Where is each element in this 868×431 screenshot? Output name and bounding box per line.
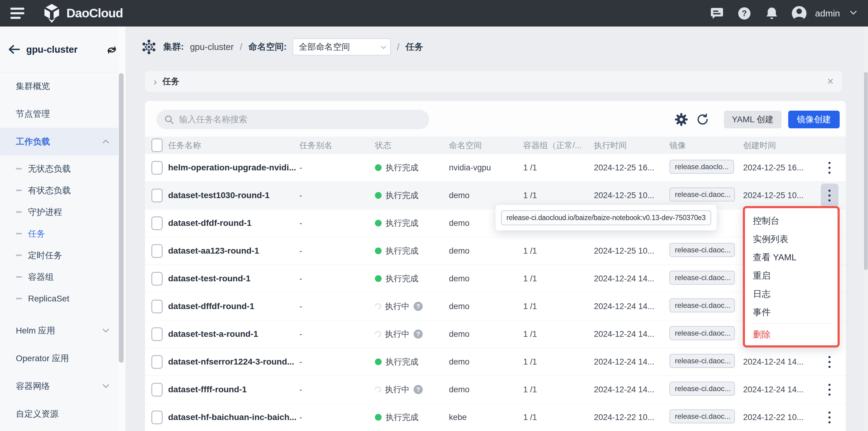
status-dot-icon: [374, 385, 382, 394]
col-image: 镜像: [670, 140, 743, 151]
col-namespace: 命名空间: [449, 140, 523, 151]
status-help-icon[interactable]: ?: [413, 329, 423, 339]
sidebar-item-jobs[interactable]: 任务: [0, 223, 118, 245]
row-checkbox[interactable]: [151, 217, 163, 230]
job-name[interactable]: helm-operation-upgrade-nvidi...: [168, 163, 299, 173]
row-checkbox[interactable]: [151, 410, 163, 424]
row-actions: [813, 156, 846, 179]
sidebar-item-cronjobs[interactable]: 定时任务: [0, 245, 118, 266]
row-checkbox[interactable]: [151, 299, 163, 313]
row-checkbox[interactable]: [151, 383, 163, 397]
switch-cluster-icon[interactable]: [106, 45, 118, 56]
sidebar-item-custom-resources[interactable]: 自定义资源: [0, 400, 118, 428]
image-badge[interactable]: release-ci.daoc...: [670, 243, 735, 257]
col-pods: 容器组（正常/...: [523, 140, 594, 151]
row-checkbox[interactable]: [151, 161, 163, 175]
row-checkbox[interactable]: [151, 189, 163, 202]
context-menu-item[interactable]: 查看 YAML: [745, 249, 838, 267]
settings-gear-icon[interactable]: [674, 112, 689, 127]
panel-chevron-right-icon[interactable]: ›: [154, 76, 157, 87]
row-checkbox[interactable]: [151, 244, 163, 258]
hamburger-menu-icon[interactable]: [10, 5, 24, 21]
main-scrollbar[interactable]: [864, 72, 868, 270]
sidebar-item-statefulsets[interactable]: 有状态负载: [0, 179, 118, 201]
sidebar-item-container-network[interactable]: 容器网络: [0, 372, 118, 400]
image-badge[interactable]: release-ci.daoc...: [670, 382, 735, 396]
status-text: 执行完成: [385, 356, 418, 367]
job-alias: -: [299, 357, 375, 367]
sidebar-item-workloads[interactable]: 工作负载: [0, 128, 118, 155]
context-menu-item[interactable]: 日志: [745, 285, 838, 303]
status-help-icon[interactable]: ?: [413, 302, 423, 311]
col-exec-time: 执行时间: [594, 140, 670, 151]
created-time-cell: 2024-12-24 14...: [743, 357, 813, 367]
sidebar-item-deployments[interactable]: 无状态负载: [0, 158, 118, 179]
kebab-menu-icon[interactable]: [821, 156, 838, 179]
sidebar-scrollbar[interactable]: [119, 73, 124, 363]
context-menu-item[interactable]: 控制台: [745, 212, 838, 230]
refresh-icon[interactable]: [695, 112, 710, 127]
sidebar-item-daemonsets[interactable]: 守护进程: [0, 201, 118, 223]
image-badge[interactable]: release-ci.daoc...: [670, 326, 735, 340]
search-box[interactable]: [157, 110, 429, 129]
status-help-icon[interactable]: ?: [413, 385, 423, 394]
search-input[interactable]: [179, 114, 422, 125]
job-name[interactable]: dataset-hf-baichuan-inc-baich...: [168, 412, 299, 422]
exec-time-cell: 2024-12-24 14...: [594, 274, 670, 284]
job-name[interactable]: dataset-aa123-round-1: [168, 246, 299, 256]
sidebar-item-operator-apps[interactable]: Operator 应用: [0, 344, 118, 372]
kebab-menu-icon[interactable]: [821, 183, 838, 207]
namespace-cell: kebe: [449, 413, 523, 422]
namespace-cell: demo: [449, 385, 523, 395]
context-menu-delete[interactable]: 删除: [745, 325, 838, 344]
namespace-cell: demo: [449, 329, 523, 339]
context-menu-item[interactable]: 事件: [745, 303, 838, 322]
image-create-button[interactable]: 镜像创建: [788, 111, 840, 128]
menu-divider: [751, 323, 832, 324]
job-name[interactable]: dataset-ffff-round-1: [168, 385, 299, 395]
topbar-actions: ? admin: [710, 6, 857, 21]
context-menu-item[interactable]: 重启: [745, 267, 838, 285]
yaml-create-button[interactable]: YAML 创建: [724, 111, 781, 128]
job-name[interactable]: dataset-dffdf-round-1: [168, 301, 299, 311]
sidebar-item-pods[interactable]: 容器组: [0, 266, 118, 288]
sidebar-item-helm-apps[interactable]: Helm 应用: [0, 317, 118, 344]
kebab-menu-icon[interactable]: [821, 350, 838, 374]
jobs-panel-header[interactable]: › 任务 ×: [145, 71, 842, 92]
select-all-checkbox[interactable]: [151, 138, 163, 152]
image-badge[interactable]: release-ci.daoc...: [670, 188, 735, 201]
kebab-menu-icon[interactable]: [821, 405, 838, 429]
context-menu-item[interactable]: 实例列表: [745, 230, 838, 249]
row-checkbox[interactable]: [151, 327, 163, 341]
user-menu-chevron-down-icon[interactable]: [850, 10, 857, 16]
job-name[interactable]: dataset-dfdf-round-1: [168, 218, 299, 228]
image-tooltip: release-ci.daocloud.io/baize/baize-noteb…: [496, 205, 717, 230]
row-checkbox[interactable]: [151, 355, 163, 369]
image-badge[interactable]: release-ci.daoc...: [670, 271, 735, 285]
job-name[interactable]: dataset-test-round-1: [168, 274, 299, 284]
image-badge[interactable]: release-ci.daoc...: [670, 409, 735, 423]
status-dot-icon: [375, 164, 382, 171]
job-name[interactable]: dataset-nfserror1224-3-round...: [168, 357, 299, 367]
user-avatar-icon[interactable]: [792, 6, 806, 21]
status-text: 执行完成: [385, 412, 418, 423]
sidebar-item-node-management[interactable]: 节点管理: [0, 100, 118, 128]
brand[interactable]: DaoCloud: [43, 4, 123, 23]
close-icon[interactable]: ×: [827, 76, 834, 87]
row-checkbox[interactable]: [151, 272, 163, 286]
chat-icon[interactable]: [710, 6, 724, 21]
pods-cell: 1 /1: [523, 163, 594, 173]
image-badge[interactable]: release.daoclo...: [670, 160, 734, 174]
job-name[interactable]: dataset-test-a-round-1: [168, 329, 299, 339]
sidebar-item-cluster-overview[interactable]: 集群概览: [0, 72, 118, 100]
namespace-select[interactable]: 全部命名空间: [293, 38, 391, 55]
job-name[interactable]: dataset-test1030-round-1: [168, 191, 299, 200]
image-badge[interactable]: release-ci.daoc...: [670, 298, 735, 312]
back-arrow-icon[interactable]: [8, 45, 20, 55]
sidebar-item-replicasets[interactable]: ReplicaSet: [0, 288, 118, 309]
kebab-menu-icon[interactable]: [821, 378, 838, 401]
image-badge[interactable]: release-ci.daoc...: [670, 354, 735, 368]
notifications-bell-icon[interactable]: [765, 6, 779, 21]
help-icon[interactable]: ?: [737, 6, 752, 21]
sidebar-item-label: 守护进程: [28, 206, 62, 218]
